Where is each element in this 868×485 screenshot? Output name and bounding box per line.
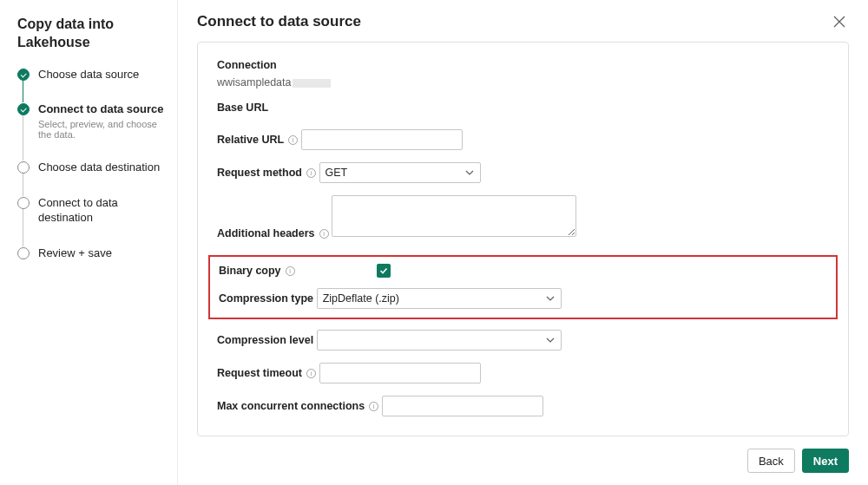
- step-connect-to-data-source[interactable]: Connect to data source Select, preview, …: [17, 102, 165, 161]
- close-button[interactable]: [830, 12, 849, 31]
- base-url-label: Base URL: [217, 102, 268, 114]
- highlight-box: Binary copy i Compression type ZipDeflat…: [208, 255, 838, 319]
- connection-value: wwisampledata: [217, 76, 829, 88]
- request-method-label: Request method i: [217, 167, 316, 179]
- next-button[interactable]: Next: [802, 449, 849, 473]
- info-icon[interactable]: i: [306, 168, 316, 178]
- compression-level-field: Compression level: [217, 330, 829, 351]
- relative-url-label: Relative URL i: [217, 134, 298, 146]
- max-conn-label: Max concurrent connections i: [217, 400, 378, 412]
- step-label: Connect to data source: [38, 102, 165, 117]
- checkmark-icon: [379, 266, 388, 275]
- info-icon[interactable]: i: [369, 402, 378, 411]
- back-button[interactable]: Back: [747, 449, 795, 473]
- form-panel: Connection wwisampledata Base URL Relati…: [197, 42, 849, 436]
- step-marker-current-icon: [17, 103, 30, 115]
- request-method-select[interactable]: GET: [319, 162, 481, 183]
- base-url-field: Base URL: [217, 101, 829, 117]
- connection-label: Connection: [217, 59, 277, 71]
- connection-field: Connection wwisampledata: [217, 58, 829, 88]
- step-label: Choose data source: [38, 68, 165, 82]
- request-timeout-label: Request timeout i: [217, 367, 316, 379]
- compression-type-select[interactable]: ZipDeflate (.zip): [317, 288, 562, 309]
- relative-url-input[interactable]: [301, 129, 463, 150]
- step-label: Connect to data destination: [38, 196, 165, 226]
- step-marker-future-icon: [17, 161, 30, 174]
- main-content: Connect to data source Connection wwisam…: [178, 0, 868, 485]
- close-icon: [833, 16, 845, 28]
- step-choose-data-source[interactable]: Choose data source: [17, 68, 165, 103]
- binary-copy-checkbox[interactable]: [377, 264, 391, 278]
- step-marker-done-icon: [17, 69, 30, 81]
- compression-type-label: Compression type: [219, 292, 313, 305]
- info-icon[interactable]: i: [286, 266, 295, 276]
- binary-copy-field: Binary copy i: [219, 264, 827, 278]
- request-method-field: Request method i GET: [217, 162, 829, 183]
- additional-headers-label: Additional headers i: [217, 227, 329, 239]
- footer-buttons: Back Next: [197, 436, 849, 485]
- binary-copy-label: Binary copy i: [219, 265, 295, 277]
- compression-level-label: Compression level: [217, 334, 313, 346]
- step-sublabel: Select, preview, and choose the data.: [38, 119, 165, 140]
- relative-url-field: Relative URL i: [217, 129, 829, 150]
- step-choose-data-destination[interactable]: Choose data destination: [17, 161, 165, 196]
- additional-headers-input[interactable]: [332, 195, 576, 237]
- request-timeout-field: Request timeout i: [217, 363, 829, 383]
- wizard-sidebar: Copy data into Lakehouse Choose data sou…: [0, 0, 178, 485]
- step-label: Choose data destination: [38, 161, 165, 175]
- wizard-title: Copy data into Lakehouse: [17, 16, 165, 52]
- step-review-save[interactable]: Review + save: [17, 246, 165, 261]
- step-marker-future-icon: [17, 197, 30, 209]
- max-conn-input[interactable]: [382, 396, 543, 416]
- additional-headers-field: Additional headers i: [217, 195, 829, 243]
- info-icon[interactable]: i: [319, 229, 329, 239]
- info-icon[interactable]: i: [306, 369, 316, 378]
- step-marker-future-icon: [17, 247, 30, 259]
- info-icon[interactable]: i: [288, 135, 298, 145]
- step-label: Review + save: [38, 246, 165, 261]
- max-conn-field: Max concurrent connections i: [217, 396, 829, 416]
- page-title: Connect to data source: [197, 13, 361, 30]
- request-timeout-input[interactable]: [319, 363, 481, 383]
- redacted-block: [293, 79, 331, 88]
- compression-level-select[interactable]: [317, 330, 562, 351]
- wizard-steps: Choose data source Connect to data sourc…: [17, 68, 165, 261]
- step-connect-to-data-destination[interactable]: Connect to data destination: [17, 196, 165, 246]
- compression-type-field: Compression type ZipDeflate (.zip): [219, 288, 827, 309]
